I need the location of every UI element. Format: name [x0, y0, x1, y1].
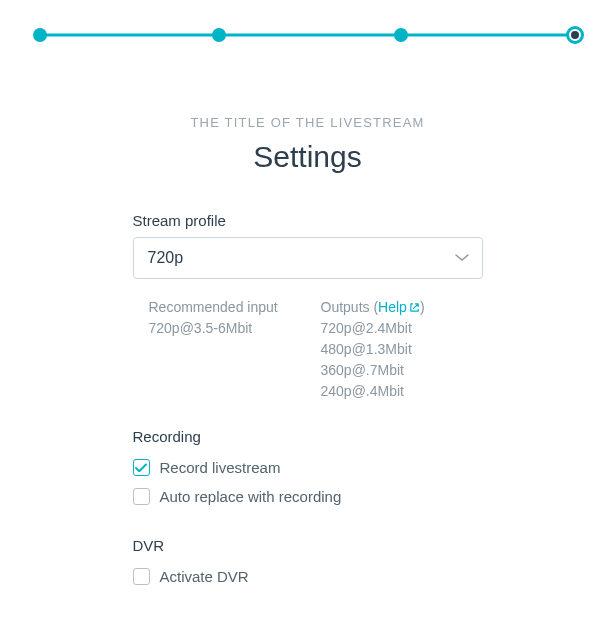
- stream-profile-value[interactable]: 720p: [133, 237, 483, 279]
- progress-stepper: [32, 25, 583, 45]
- stepper-step-4-current: [566, 26, 584, 44]
- activate-dvr-checkbox-row[interactable]: Activate DVR: [133, 562, 483, 591]
- stepper-line: [40, 34, 575, 37]
- activate-dvr-label: Activate DVR: [160, 568, 249, 585]
- outputs-help-link[interactable]: Help: [378, 299, 420, 315]
- auto-replace-checkbox[interactable]: [133, 488, 150, 505]
- eyebrow-title: THE TITLE OF THE LIVESTREAM: [27, 115, 588, 130]
- outputs-item: 480p@1.3Mbit: [321, 339, 473, 360]
- recommended-input-label: Recommended input: [149, 297, 301, 318]
- stepper-step-3: [394, 28, 408, 42]
- dvr-section-label: DVR: [133, 537, 483, 554]
- external-link-icon: [409, 302, 420, 313]
- auto-replace-label: Auto replace with recording: [160, 488, 342, 505]
- activate-dvr-checkbox[interactable]: [133, 568, 150, 585]
- auto-replace-checkbox-row[interactable]: Auto replace with recording: [133, 482, 483, 511]
- recommended-input-block: Recommended input 720p@3.5-6Mbit: [149, 297, 301, 402]
- page-title: Settings: [27, 140, 588, 174]
- record-livestream-label: Record livestream: [160, 459, 281, 476]
- outputs-label: Outputs: [321, 299, 370, 315]
- recommended-input-value: 720p@3.5-6Mbit: [149, 318, 301, 339]
- stepper-step-2: [212, 28, 226, 42]
- stepper-step-1: [33, 28, 47, 42]
- check-icon: [135, 463, 147, 473]
- outputs-item: 720p@2.4Mbit: [321, 318, 473, 339]
- recording-section-label: Recording: [133, 428, 483, 445]
- outputs-item: 360p@.7Mbit: [321, 360, 473, 381]
- record-livestream-checkbox[interactable]: [133, 459, 150, 476]
- outputs-block: Outputs (Help) 720p@2.4Mbit 480p@1.3Mbit…: [321, 297, 473, 402]
- stream-profile-label: Stream profile: [133, 212, 483, 229]
- record-livestream-checkbox-row[interactable]: Record livestream: [133, 453, 483, 482]
- outputs-item: 240p@.4Mbit: [321, 381, 473, 402]
- stream-profile-select[interactable]: 720p: [133, 237, 483, 279]
